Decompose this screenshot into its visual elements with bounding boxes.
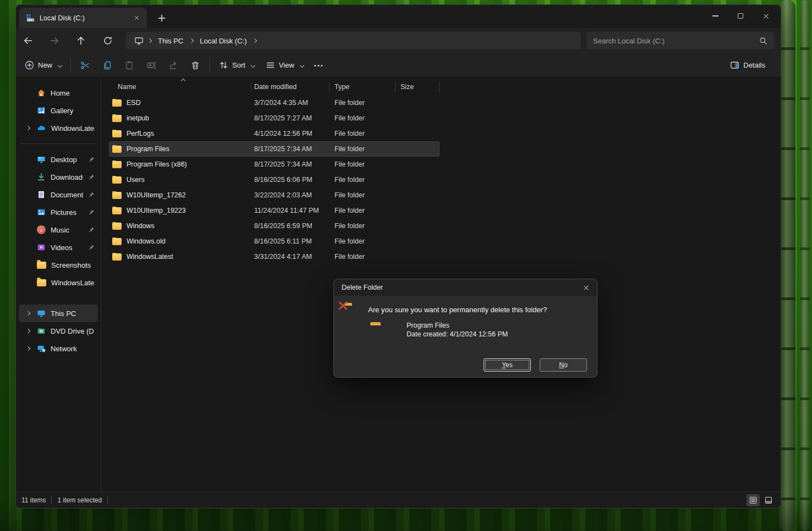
music-note-glyph: ♪ [40, 227, 43, 233]
close-window-button[interactable] [753, 5, 778, 27]
no-button[interactable]: No [540, 358, 587, 372]
refresh-icon [103, 36, 113, 46]
tab-strip: Local Disk (C:) [16, 5, 781, 28]
file-row-users[interactable]: Users 8/16/2025 6:06 PM File folder [101, 172, 781, 187]
file-date: 8/17/2025 7:27 AM [254, 114, 334, 122]
thumbnail-view-button[interactable] [762, 494, 775, 506]
rename-button[interactable] [140, 56, 162, 75]
folder-icon [112, 223, 122, 230]
dialog-buttons: Yes No [334, 358, 587, 372]
toolbar-divider [210, 59, 210, 72]
search-input[interactable] [593, 37, 759, 45]
yes-button[interactable]: Yes [484, 358, 531, 372]
paste-button[interactable] [118, 56, 140, 75]
breadcrumb-computer-button[interactable] [131, 34, 146, 48]
new-button[interactable]: New [19, 56, 67, 75]
home-icon [37, 88, 46, 97]
expand-chevron-icon[interactable] [24, 126, 32, 130]
bamboo-stalk [779, 0, 795, 531]
status-divider [51, 496, 52, 504]
refresh-button[interactable] [99, 32, 117, 49]
item-count: 11 items [21, 496, 46, 504]
details-view-button[interactable] [747, 494, 760, 506]
column-header-name[interactable]: Name [101, 83, 254, 91]
sidebar-item-network[interactable]: Network [19, 340, 98, 357]
sidebar-item-desktop[interactable]: Desktop [19, 151, 98, 168]
file-row-perflogs[interactable]: PerfLogs 4/1/2024 12:56 PM File folder [101, 126, 781, 141]
sidebar-item-screenshots[interactable]: Screenshots [19, 256, 98, 274]
sidebar-label: Gallery [51, 107, 95, 115]
sidebar-label: This PC [51, 309, 95, 318]
tab-close-button[interactable] [130, 12, 142, 24]
sidebar-item-documents[interactable]: Documents [19, 186, 98, 203]
details-pane-button[interactable]: Details [725, 56, 771, 75]
column-divider[interactable] [329, 82, 330, 92]
file-row-w10uitemp-17262[interactable]: W10UItemp_17262 3/22/2024 2:03 AM File f… [101, 187, 781, 203]
file-type: File folder [334, 176, 400, 184]
search-icon[interactable] [759, 37, 767, 45]
tab-local-disk-c[interactable]: Local Disk (C:) [19, 8, 147, 28]
sidebar-label: Videos [51, 244, 83, 252]
back-arrow-icon [23, 36, 33, 46]
column-divider[interactable] [251, 82, 251, 92]
breadcrumb-local-disk[interactable]: Local Disk (C:) [195, 35, 251, 47]
delete-button[interactable] [184, 56, 206, 75]
file-type: File folder [334, 161, 400, 168]
expand-chevron-icon[interactable] [24, 312, 32, 315]
folder-icon [112, 176, 122, 184]
expand-chevron-icon[interactable] [24, 347, 32, 350]
sidebar-item-pictures[interactable]: Pictures [19, 203, 98, 221]
forward-button[interactable] [46, 32, 63, 49]
column-divider[interactable] [439, 82, 440, 92]
file-row-program-files-x86[interactable]: Program Files (x86) 8/17/2025 7:34 AM Fi… [101, 157, 781, 172]
sidebar-item-onedrive[interactable]: WindowsLatest - Pe [19, 119, 98, 137]
sidebar-item-music[interactable]: ♪ Music [19, 221, 98, 239]
file-date: 3/31/2024 4:17 AM [254, 253, 334, 261]
sort-button-label: Sort [232, 61, 245, 69]
sidebar-label: Music [51, 226, 83, 234]
file-row-windows[interactable]: Windows 8/16/2025 6:59 PM File folder [101, 218, 781, 234]
sidebar-item-videos[interactable]: Videos [19, 239, 98, 256]
column-divider[interactable] [395, 82, 396, 92]
file-name: Users [127, 176, 145, 184]
file-explorer-window: Local Disk (C:) This PC [15, 4, 781, 508]
sidebar-item-windowslatest[interactable]: WindowsLatest [19, 274, 98, 291]
breadcrumb-this-pc[interactable]: This PC [153, 35, 188, 47]
file-row-esd[interactable]: ESD 3/7/2024 4:35 AM File folder [101, 95, 781, 110]
file-name: PerfLogs [127, 130, 154, 137]
plus-icon [158, 15, 165, 21]
share-button[interactable] [162, 56, 184, 75]
column-header-size[interactable]: Size [400, 83, 781, 91]
see-more-button[interactable]: ••• [309, 56, 329, 75]
sidebar-item-this-pc[interactable]: This PC [19, 305, 98, 322]
file-row-windows-old[interactable]: Windows.old 8/16/2025 6:11 PM File folde… [101, 234, 781, 249]
copy-button[interactable] [96, 56, 118, 75]
expand-chevron-icon[interactable] [24, 329, 32, 333]
file-row-inetpub[interactable]: inetpub 8/17/2025 7:27 AM File folder [101, 110, 781, 126]
up-button[interactable] [72, 32, 90, 49]
view-button[interactable]: View [260, 56, 309, 75]
minimize-button[interactable] [703, 5, 728, 27]
rename-icon [146, 60, 156, 70]
sidebar-item-gallery[interactable]: Gallery [19, 102, 98, 119]
sidebar-item-home[interactable]: Home [19, 84, 98, 102]
column-header-type[interactable]: Type [334, 83, 400, 91]
ellipsis-icon: ••• [314, 62, 324, 69]
file-name: W10UItemp_17262 [127, 191, 186, 199]
sidebar-item-downloads[interactable]: Downloads [19, 168, 98, 186]
file-row-windowslatest[interactable]: WindowsLatest 3/31/2024 4:17 AM File fol… [101, 249, 781, 264]
file-row-w10uitemp-19223[interactable]: W10UItemp_19223 11/24/2024 11:47 PM File… [101, 203, 781, 218]
back-button[interactable] [19, 32, 37, 49]
sidebar-item-dvd-drive[interactable]: DVD Drive (D:) CCC [19, 322, 98, 340]
maximize-button[interactable] [728, 5, 753, 27]
dialog-close-button[interactable] [579, 281, 592, 294]
new-tab-button[interactable] [155, 12, 169, 25]
sort-button[interactable]: Sort [213, 56, 260, 75]
column-header-date[interactable]: Date modified [254, 83, 334, 91]
dialog-item-detail: Date created: 4/1/2024 12:56 PM [407, 330, 508, 338]
file-row-program-files[interactable]: Program Files 8/17/2025 7:34 AM File fol… [101, 141, 781, 157]
file-date: 8/16/2025 6:11 PM [254, 237, 334, 245]
view-list-icon [266, 60, 275, 70]
cut-button[interactable] [74, 56, 96, 75]
circle-plus-icon [25, 60, 34, 70]
